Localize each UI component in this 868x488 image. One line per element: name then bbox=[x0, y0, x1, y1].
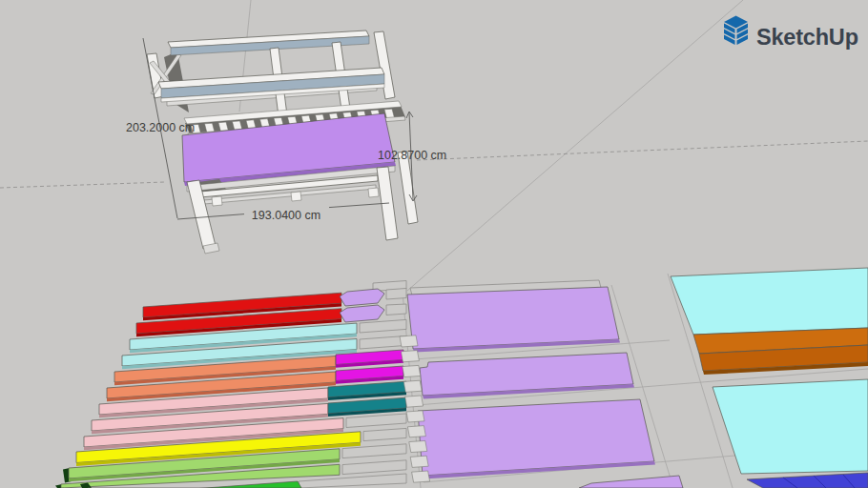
viewport-canvas[interactable]: 203.2000 cm 102.8700 cm 193.0400 cm bbox=[0, 0, 868, 488]
panel-purple[interactable] bbox=[407, 287, 619, 349]
small-part[interactable] bbox=[405, 396, 424, 407]
dimension-label-width[interactable]: 193.0400 cm bbox=[252, 209, 320, 222]
dimension-label-depth[interactable]: 102.8700 cm bbox=[378, 149, 446, 162]
panel-cyan[interactable] bbox=[671, 268, 868, 335]
sketchup-logo-text: SketchUp bbox=[756, 25, 858, 50]
ghost-board[interactable] bbox=[386, 304, 406, 315]
ghost-board[interactable] bbox=[386, 289, 406, 300]
base-tab[interactable] bbox=[291, 192, 301, 201]
small-part[interactable] bbox=[403, 365, 421, 376]
small-part[interactable] bbox=[401, 351, 419, 362]
sketchup-viewport[interactable]: 203.2000 cm 102.8700 cm 193.0400 cm bbox=[0, 0, 868, 488]
small-part[interactable] bbox=[407, 426, 425, 437]
small-part[interactable] bbox=[400, 336, 418, 347]
small-part[interactable] bbox=[410, 456, 428, 467]
base-tab[interactable] bbox=[212, 196, 222, 206]
small-part[interactable] bbox=[403, 380, 422, 392]
small-part[interactable] bbox=[406, 411, 424, 422]
small-part[interactable] bbox=[412, 471, 430, 482]
base-tab[interactable] bbox=[368, 188, 379, 197]
small-part[interactable] bbox=[409, 440, 427, 452]
dimension-label-height[interactable]: 203.2000 cm bbox=[126, 121, 195, 134]
